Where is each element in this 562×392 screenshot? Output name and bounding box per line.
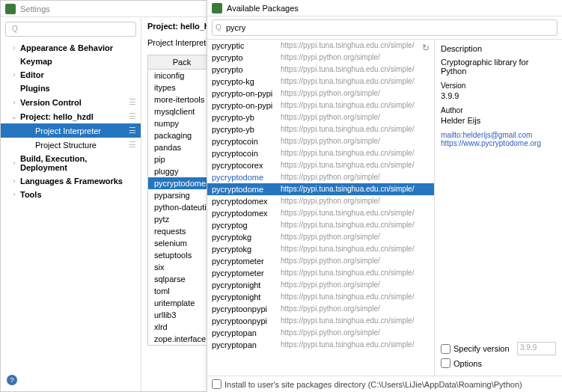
installed-package-row[interactable]: setuptools (148, 249, 216, 261)
options-row: Options (441, 358, 556, 368)
settings-title: Settings (20, 4, 50, 13)
pkg-result-row[interactable]: pycryptometerhttps://pypi.python.org/sim… (207, 255, 434, 267)
installed-package-row[interactable]: pandas (148, 141, 216, 153)
installed-package-row[interactable]: python-dateutil (148, 201, 216, 213)
pkg-result-name: pycryptoonpypi (212, 316, 281, 326)
packages-header: Pack (148, 55, 216, 69)
installed-package-row[interactable]: zope.interface (148, 333, 216, 345)
installed-package-row[interactable]: toml (148, 285, 216, 297)
pkg-search: Q (207, 16, 562, 40)
nav-item-tools[interactable]: ›Tools (1, 188, 141, 201)
pkg-result-name: pycryptokg (212, 244, 281, 254)
pkg-result-name: pycryptocoin (212, 148, 281, 159)
install-user-checkbox[interactable] (212, 379, 222, 389)
nav-item-build-execution-deployment[interactable]: ›Build, Execution, Deployment (1, 152, 141, 174)
pkg-details-panel: Description Cryptographic library for Py… (435, 40, 562, 376)
pkg-result-row[interactable]: pycryptocoinhttps://pypi.python.org/simp… (207, 135, 434, 147)
installed-package-row[interactable]: xlrd (148, 321, 216, 333)
installed-package-row[interactable]: pluggy (148, 165, 216, 177)
installed-package-row[interactable]: requests (148, 225, 216, 237)
nav-item-languages-frameworks[interactable]: ›Languages & Frameworks (1, 174, 141, 188)
settings-nav: Q ›Appearance & BehaviorKeymap›EditorPlu… (1, 17, 141, 391)
pkg-result-row[interactable]: pycrypto-ybhttps://pypi.tuna.tsinghua.ed… (207, 123, 434, 135)
nav-item-keymap[interactable]: Keymap (1, 55, 141, 68)
gear-icon: ☰ (129, 111, 136, 121)
options-checkbox[interactable] (441, 358, 450, 368)
pkg-result-repo: https://pypi.tuna.tsinghua.edu.cn/simple… (281, 64, 430, 75)
chevron-right-icon: › (11, 99, 17, 106)
installed-package-row[interactable]: more-itertools (148, 94, 216, 105)
reload-icon[interactable]: ↻ (422, 43, 430, 53)
nav-item-appearance-behavior[interactable]: ›Appearance & Behavior (1, 41, 141, 55)
pkg-result-row[interactable]: pycryptokghttps://pypi.tuna.tsinghua.edu… (207, 243, 434, 255)
pkg-result-row[interactable]: pycryptodomexhttps://pypi.python.org/sim… (207, 195, 434, 207)
installed-package-row[interactable]: pyparsing (148, 189, 216, 201)
help-icon[interactable]: ? (7, 375, 17, 385)
specify-version-label: Specify version (453, 344, 517, 353)
installed-package-row[interactable]: mysqlclient (148, 105, 216, 117)
pkg-result-repo: https://pypi.tuna.tsinghua.edu.cn/simple… (281, 100, 430, 111)
pkg-result-row[interactable]: pycrypto-ybhttps://pypi.python.org/simpl… (207, 111, 434, 123)
pkg-result-row[interactable]: pycryptokghttps://pypi.python.org/simple… (207, 231, 434, 243)
installed-package-row[interactable]: pip (148, 153, 216, 165)
pkg-result-row[interactable]: pycryptometerhttps://pypi.tuna.tsinghua.… (207, 267, 434, 279)
installed-package-row[interactable]: numpy (148, 117, 216, 129)
installed-package-row[interactable]: packaging (148, 129, 216, 141)
pkg-result-row[interactable]: pycrypto-on-pypihttps://pypi.python.org/… (207, 88, 434, 99)
pkg-result-row[interactable]: pycryptonighthttps://pypi.python.org/sim… (207, 279, 434, 291)
specify-version-field[interactable]: 3.9.9 (517, 342, 556, 355)
pkg-result-row[interactable]: pycrypto-on-pypihttps://pypi.tuna.tsingh… (207, 99, 434, 111)
pkg-result-row[interactable]: pycryptoonpypihttps://pypi.python.org/si… (207, 303, 434, 315)
pkg-result-row[interactable]: pycryptoghttps://pypi.tuna.tsinghua.edu.… (207, 219, 434, 231)
nav-item-project-interpreter[interactable]: Project Interpreter☰ (1, 123, 141, 138)
nav-item-label: Appearance & Behavior (20, 43, 136, 52)
pkg-result-row[interactable]: pycryptocorexhttps://pypi.tuna.tsinghua.… (207, 159, 434, 171)
installed-package-row[interactable]: six (148, 261, 216, 273)
nav-item-label: Languages & Frameworks (20, 177, 136, 186)
pkg-result-row[interactable]: pycryptodomexhttps://pypi.tuna.tsinghua.… (207, 207, 434, 219)
pkg-result-row[interactable]: pycrypto-kghttps://pypi.tuna.tsinghua.ed… (207, 76, 434, 88)
nav-item-label: Version Control (20, 98, 126, 107)
installed-package-row[interactable]: urllib3 (148, 309, 216, 321)
gear-icon: ☰ (129, 97, 136, 107)
pkg-result-row[interactable]: pycryptohttps://pypi.python.org/simple/ (207, 52, 434, 64)
pycharm-icon (212, 3, 222, 13)
installed-package-row[interactable]: pytz (148, 213, 216, 225)
pkg-result-row[interactable]: pycryptopanhttps://pypi.tuna.tsinghua.ed… (207, 339, 434, 351)
pkg-result-repo: https://pypi.tuna.tsinghua.edu.cn/simple… (281, 316, 430, 326)
nav-item-project-hello-hzdl[interactable]: ⌄Project: hello_hzdl☰ (1, 109, 141, 123)
pkg-result-name: pycryptocoin (212, 136, 281, 147)
specify-version-checkbox[interactable] (441, 344, 450, 354)
installed-package-row[interactable]: selenium (148, 237, 216, 249)
pkg-result-repo: https://pypi.tuna.tsinghua.edu.cn/simple… (281, 160, 430, 171)
pkg-link[interactable]: https://www.pycryptodome.org (441, 139, 556, 147)
chevron-right-icon: › (11, 44, 17, 52)
settings-search-input[interactable] (5, 22, 136, 37)
installed-package-row[interactable]: itypes (148, 82, 216, 94)
pkg-result-repo: https://pypi.tuna.tsinghua.edu.cn/simple… (281, 340, 430, 350)
pkg-result-repo: https://pypi.python.org/simple/ (281, 136, 430, 147)
nav-item-plugins[interactable]: Plugins (1, 82, 141, 95)
pkg-result-row[interactable]: pycryptichttps://pypi.tuna.tsinghua.edu.… (207, 40, 434, 52)
pkg-result-row[interactable]: pycryptoonpypihttps://pypi.tuna.tsinghua… (207, 315, 434, 327)
pkg-result-repo: https://pypi.python.org/simple/ (281, 232, 430, 242)
nav-item-label: Project Interpreter (35, 126, 126, 135)
pkg-link[interactable]: mailto:helderijs@gmail.com (441, 131, 556, 139)
pkg-result-row[interactable]: pycryptohttps://pypi.tuna.tsinghua.edu.c… (207, 64, 434, 76)
pkg-result-row[interactable]: pycryptonighthttps://pypi.tuna.tsinghua.… (207, 291, 434, 303)
pkg-result-row[interactable]: pycryptodomehttps://pypi.python.org/simp… (207, 171, 434, 183)
installed-package-row[interactable]: sqlparse (148, 273, 216, 285)
description-text: Cryptographic library for Python (441, 58, 556, 76)
pkg-result-name: pycrypto-on-pypi (212, 100, 281, 111)
nav-item-editor[interactable]: ›Editor (1, 68, 141, 82)
installed-package-row[interactable]: pycryptodome (148, 177, 216, 189)
nav-item-project-structure[interactable]: Project Structure☰ (1, 138, 141, 152)
nav-item-version-control[interactable]: ›Version Control☰ (1, 95, 141, 109)
pkg-result-row[interactable]: pycryptopanhttps://pypi.python.org/simpl… (207, 327, 434, 339)
installed-package-row[interactable]: uritemplate (148, 297, 216, 309)
installed-package-row[interactable]: iniconfig (148, 70, 216, 82)
pkg-result-row[interactable]: pycryptodomehttps://pypi.tuna.tsinghua.e… (207, 183, 434, 195)
pkg-search-input[interactable] (212, 19, 558, 36)
pkg-results-scroll[interactable]: ↻ pycryptichttps://pypi.tuna.tsinghua.ed… (207, 40, 435, 376)
pkg-result-row[interactable]: pycryptocoinhttps://pypi.tuna.tsinghua.e… (207, 147, 434, 159)
